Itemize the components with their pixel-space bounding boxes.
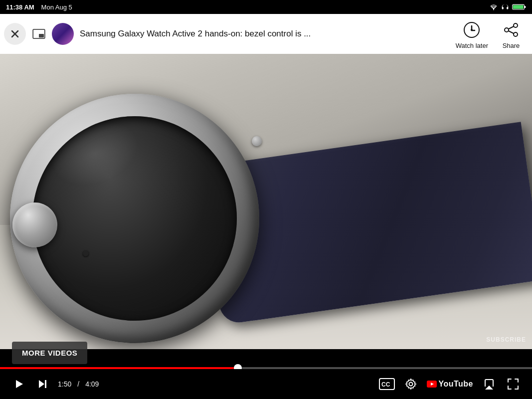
video-area[interactable]: SUBSCRIBE MORE VIDEOS 1:50 / 4:09 <box>0 54 532 399</box>
subscribe-watermark: SUBSCRIBE <box>486 336 526 343</box>
watch-later-icon-container <box>461 19 483 41</box>
fullscreen-button[interactable] <box>502 373 524 395</box>
wifi-icon <box>489 3 498 10</box>
clock-icon <box>463 21 481 39</box>
svg-point-13 <box>505 28 509 32</box>
time-display: 11:38 AM <box>6 3 34 11</box>
cc-button[interactable]: CC <box>376 373 398 395</box>
fullscreen-icon <box>508 379 519 390</box>
share-button[interactable]: Share <box>494 15 528 53</box>
svg-line-15 <box>509 26 514 29</box>
close-button[interactable] <box>4 23 26 45</box>
current-time: 1:50 <box>58 380 71 388</box>
svg-rect-19 <box>45 380 46 388</box>
video-title-area: Samsung Galaxy Watch Active 2 hands-on: … <box>74 29 450 39</box>
more-videos-button[interactable]: MORE VIDEOS <box>12 342 87 364</box>
airplay-icon <box>483 379 495 390</box>
settings-button[interactable] <box>400 373 422 395</box>
svg-marker-23 <box>431 383 434 386</box>
svg-marker-17 <box>16 380 23 388</box>
share-label: Share <box>503 42 520 49</box>
pip-icon <box>32 29 45 39</box>
status-bar: 11:38 AM Mon Aug 5 <box>0 0 532 14</box>
channel-avatar <box>52 23 74 45</box>
svg-point-11 <box>471 29 473 31</box>
airplay-button[interactable] <box>478 373 500 395</box>
svg-line-16 <box>509 31 514 33</box>
total-time: 4:09 <box>85 380 99 388</box>
headphone-icon <box>501 3 509 10</box>
pip-button[interactable] <box>28 23 50 45</box>
gear-icon <box>405 378 417 390</box>
date-display: Mon Aug 5 <box>41 3 72 11</box>
svg-point-14 <box>514 32 518 36</box>
time-separator: / <box>77 380 79 388</box>
svg-rect-7 <box>39 34 44 37</box>
svg-rect-3 <box>513 5 524 9</box>
svg-point-0 <box>493 9 494 10</box>
youtube-text: YouTube <box>438 380 473 389</box>
watch-later-label: Watch later <box>456 42 488 49</box>
watch-screw <box>252 136 262 146</box>
svg-marker-24 <box>485 386 493 390</box>
youtube-play-icon <box>427 381 437 388</box>
watch-dot <box>83 250 89 256</box>
video-title: Samsung Galaxy Watch Active 2 hands-on: … <box>80 29 311 38</box>
svg-marker-18 <box>39 380 44 388</box>
watch-later-button[interactable]: Watch later <box>450 15 494 53</box>
play-icon <box>13 379 24 390</box>
bottom-controls: 1:50 / 4:09 CC <box>0 369 532 399</box>
share-icon <box>502 21 520 39</box>
next-icon <box>37 379 48 390</box>
svg-point-12 <box>514 23 518 27</box>
youtube-wordmark: YouTube <box>427 380 473 389</box>
share-icon-container <box>500 19 522 41</box>
status-icons <box>489 3 526 10</box>
watch-crown <box>12 202 57 247</box>
close-icon <box>10 29 20 39</box>
top-bar: Samsung Galaxy Watch Active 2 hands-on: … <box>0 14 532 54</box>
svg-point-22 <box>409 383 413 386</box>
cc-icon: CC <box>379 378 395 390</box>
battery-icon <box>512 3 526 10</box>
right-controls: CC YouTube <box>376 373 524 395</box>
video-frame[interactable]: SUBSCRIBE <box>0 54 532 349</box>
yt-play-triangle <box>429 382 434 387</box>
next-button[interactable] <box>32 373 54 395</box>
play-button[interactable] <box>8 373 30 395</box>
svg-text:CC: CC <box>381 381 390 388</box>
youtube-logo[interactable]: YouTube <box>424 373 476 395</box>
svg-rect-2 <box>525 6 526 8</box>
